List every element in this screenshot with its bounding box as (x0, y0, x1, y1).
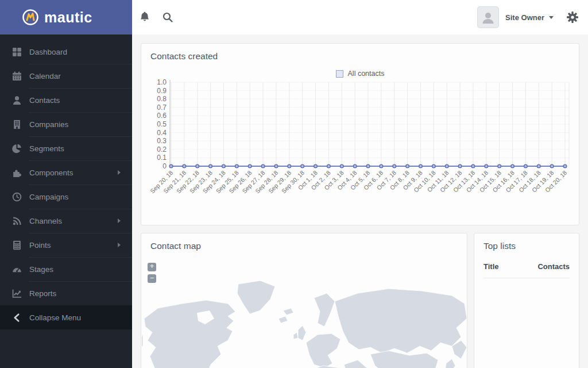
sidebar-item-label: Reports (29, 289, 56, 298)
sidebar-item-contacts[interactable]: Contacts (0, 88, 132, 112)
calendar-icon (12, 71, 22, 81)
sidebar-item-components[interactable]: Components (0, 160, 132, 185)
chevron-right-icon (118, 170, 121, 175)
sidebar-item-reports[interactable]: Reports (0, 281, 132, 305)
sidebar-item-label: Companies (29, 120, 68, 129)
svg-text:0.8: 0.8 (157, 95, 167, 103)
line-chart-icon (12, 289, 22, 298)
column-contacts: Contacts (537, 262, 570, 271)
avatar-person-icon (481, 10, 496, 25)
sidebar-item-points[interactable]: Points (0, 233, 132, 257)
pie-chart-icon (12, 144, 22, 154)
svg-text:0.7: 0.7 (157, 103, 167, 112)
sidebar-item-channels[interactable]: Channels (0, 209, 132, 233)
chevron-down-icon[interactable] (549, 16, 554, 19)
panel-title: Top lists (483, 241, 516, 251)
clock-icon (12, 192, 22, 202)
panel-title: Contacts created (150, 51, 218, 62)
sidebar-nav: Dashboard Calendar Contacts Companies (0, 34, 132, 368)
chevron-right-icon (118, 218, 121, 223)
sidebar-item-label: Calendar (29, 72, 61, 80)
svg-text:0.1: 0.1 (157, 154, 167, 162)
dashboard-icon (12, 47, 22, 57)
sidebar-item-label: Points (29, 241, 51, 250)
sidebar-item-label: Campaigns (29, 193, 68, 201)
sidebar-item-campaigns[interactable]: Campaigns (0, 185, 132, 209)
sidebar-item-calendar[interactable]: Calendar (0, 64, 132, 88)
search-icon[interactable] (161, 10, 175, 24)
gauge-icon (12, 264, 22, 274)
brand-wordmark: mautic (44, 9, 92, 26)
user-icon (12, 95, 22, 105)
contact-map-panel: Contact map + − (141, 233, 467, 368)
legend-label: All contacts (348, 70, 385, 78)
sidebar-item-label: Components (29, 168, 74, 177)
svg-text:0.6: 0.6 (157, 112, 167, 120)
sidebar-item-companies[interactable]: Companies (0, 112, 132, 136)
sidebar-item-label: Segments (29, 144, 64, 153)
sidebar-item-label: Dashboard (29, 48, 67, 56)
settings-gear-icon[interactable] (566, 11, 579, 24)
sidebar-item-label: Contacts (29, 96, 60, 105)
legend-checkbox[interactable] (336, 70, 343, 78)
panel-title: Contact map (150, 241, 201, 251)
chevron-right-icon (118, 243, 121, 247)
puzzle-icon (12, 168, 22, 178)
svg-text:0: 0 (163, 162, 167, 170)
world-map[interactable] (142, 278, 467, 368)
svg-text:0.4: 0.4 (157, 129, 167, 137)
rss-icon (12, 216, 22, 226)
calculator-icon (12, 240, 22, 250)
sidebar-item-stages[interactable]: Stages (0, 257, 132, 281)
collapse-menu-label: Collapse Menu (29, 313, 81, 322)
svg-text:1.0: 1.0 (157, 78, 167, 86)
sidebar-item-segments[interactable]: Segments (0, 136, 132, 160)
svg-text:0.5: 0.5 (157, 120, 167, 128)
chart-legend: All contacts (141, 70, 579, 78)
sidebar-item-dashboard[interactable]: Dashboard (0, 40, 132, 64)
chevron-left-icon (12, 313, 22, 323)
sidebar-item-label: Channels (29, 217, 62, 225)
contacts-created-line-chart: 1.00.90.80.70.60.50.40.30.20.10Sep 20, 1… (147, 78, 574, 221)
top-lists-panel: Top lists Title Contacts (474, 233, 579, 368)
mautic-logo-icon (22, 9, 39, 26)
notifications-bell-icon[interactable] (138, 10, 152, 24)
top-header: mautic Site Owner (0, 0, 588, 34)
svg-text:0.9: 0.9 (157, 87, 167, 95)
svg-text:0.3: 0.3 (157, 137, 167, 145)
contacts-created-panel: Contacts created All contacts 1.00.90.80… (141, 43, 579, 225)
sidebar-collapse-menu[interactable]: Collapse Menu (0, 305, 132, 329)
sidebar-item-label: Stages (29, 265, 53, 274)
user-menu-label[interactable]: Site Owner (505, 13, 544, 22)
avatar[interactable] (478, 7, 498, 28)
column-title: Title (483, 262, 499, 271)
svg-text:0.2: 0.2 (157, 145, 167, 154)
top-lists-header-row: Title Contacts (483, 262, 570, 278)
map-zoom-in-button[interactable]: + (148, 263, 156, 271)
mautic-logo[interactable]: mautic (0, 0, 132, 34)
building-icon (12, 120, 22, 129)
